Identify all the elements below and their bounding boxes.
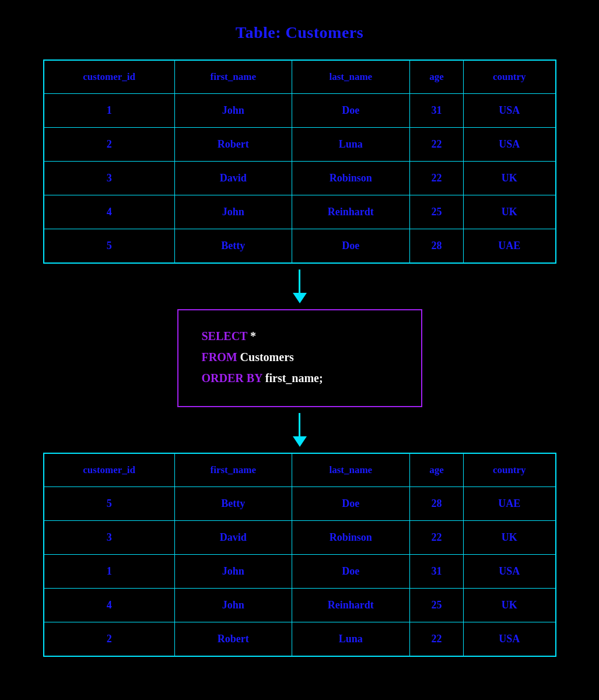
table-cell: Doe [292,487,409,521]
table-cell: 22 [409,622,463,657]
table-cell: 3 [44,521,175,555]
table-cell: Robert [174,128,292,162]
table-cell: 5 [44,487,175,521]
table-cell: USA [463,128,555,162]
table-cell: Doe [292,94,409,128]
table-cell: 5 [44,229,175,264]
table-cell: Robert [174,622,292,657]
table-cell: Luna [292,128,409,162]
table-cell: 25 [409,589,463,622]
source-table-header-row: customer_id first_name last_name age cou… [44,60,556,94]
sql-text-orderby-val: first_name; [262,372,323,384]
source-col-country: country [463,60,555,94]
table-cell: UK [463,521,555,555]
result-col-age: age [409,453,463,487]
table-row: 3DavidRobinson22UK [44,521,556,555]
arrow-1 [293,270,307,303]
sql-keyword-from: FROM [202,351,237,363]
table-cell: 22 [409,521,463,555]
table-row: 1JohnDoe31USA [44,94,556,128]
table-cell: 1 [44,94,175,128]
table-cell: Reinhardt [292,589,409,622]
table-cell: UAE [463,487,555,521]
sql-text-star: * [247,330,256,342]
table-cell: John [174,555,292,589]
table-cell: 28 [409,487,463,521]
table-cell: 4 [44,589,175,622]
page-title: Table: Customers [236,23,363,42]
result-table-header-row: customer_id first_name last_name age cou… [44,453,556,487]
table-cell: Luna [292,622,409,657]
sql-keyword-orderby: ORDER BY [202,372,262,384]
source-col-customer-id: customer_id [44,60,175,94]
table-cell: 28 [409,229,463,264]
table-cell: Betty [174,487,292,521]
table-cell: UK [463,162,555,195]
table-cell: 2 [44,128,175,162]
table-cell: 22 [409,128,463,162]
table-cell: UAE [463,229,555,264]
table-cell: John [174,94,292,128]
table-cell: UK [463,589,555,622]
table-row: 2RobertLuna22USA [44,128,556,162]
table-row: 2RobertLuna22USA [44,622,556,657]
table-cell: 22 [409,162,463,195]
result-col-last-name: last_name [292,453,409,487]
table-cell: USA [463,555,555,589]
result-col-first-name: first_name [174,453,292,487]
table-cell: USA [463,94,555,128]
sql-text-customers: Customers [237,351,294,363]
table-cell: 2 [44,622,175,657]
table-cell: Doe [292,555,409,589]
table-cell: 4 [44,195,175,229]
table-row: 3DavidRobinson22UK [44,162,556,195]
table-cell: UK [463,195,555,229]
table-row: 5BettyDoe28UAE [44,487,556,521]
arrow-2 [293,413,307,447]
table-cell: Robinson [292,521,409,555]
sql-line-3: ORDER BY first_name; [202,369,398,387]
table-cell: 3 [44,162,175,195]
table-row: 4JohnReinhardt25UK [44,195,556,229]
table-cell: 31 [409,555,463,589]
source-table: customer_id first_name last_name age cou… [43,60,556,264]
table-cell: David [174,162,292,195]
table-row: 5BettyDoe28UAE [44,229,556,264]
result-col-country: country [463,453,555,487]
table-cell: Doe [292,229,409,264]
source-col-last-name: last_name [292,60,409,94]
table-cell: USA [463,622,555,657]
table-cell: 25 [409,195,463,229]
sql-code-box: SELECT * FROM Customers ORDER BY first_n… [177,309,422,407]
table-row: 1JohnDoe31USA [44,555,556,589]
source-col-age: age [409,60,463,94]
result-col-customer-id: customer_id [44,453,175,487]
table-row: 4JohnReinhardt25UK [44,589,556,622]
sql-keyword-select: SELECT [202,330,248,342]
source-col-first-name: first_name [174,60,292,94]
sql-line-2: FROM Customers [202,348,398,366]
table-cell: 31 [409,94,463,128]
table-cell: John [174,589,292,622]
table-cell: 1 [44,555,175,589]
table-cell: David [174,521,292,555]
table-cell: Robinson [292,162,409,195]
table-cell: John [174,195,292,229]
table-cell: Betty [174,229,292,264]
table-cell: Reinhardt [292,195,409,229]
result-table: customer_id first_name last_name age cou… [43,453,556,657]
sql-line-1: SELECT * [202,327,398,345]
